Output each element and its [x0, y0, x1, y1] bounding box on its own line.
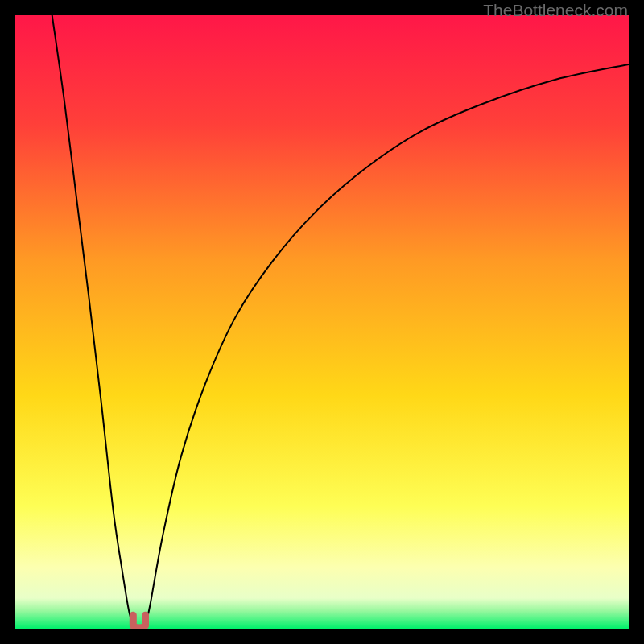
watermark-text: TheBottleneck.com	[483, 1, 628, 20]
bottleneck-chart	[15, 15, 629, 629]
gradient-background	[15, 15, 629, 629]
chart-frame: TheBottleneck.com	[0, 0, 644, 644]
